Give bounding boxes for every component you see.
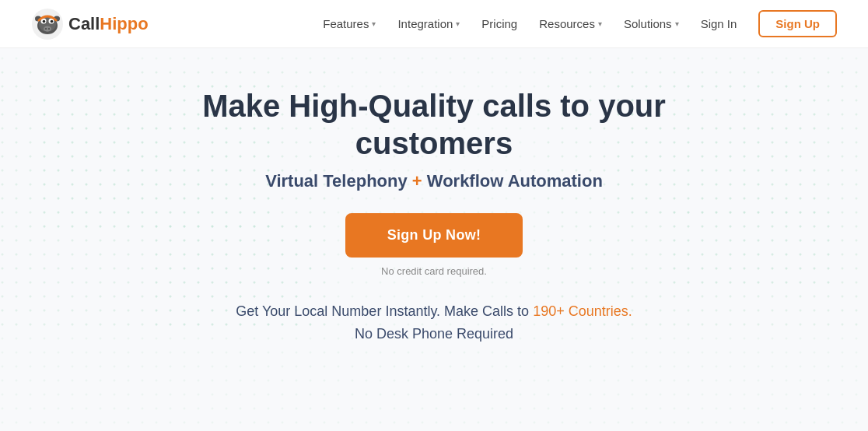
nav-resources[interactable]: Resources ▾ [539, 17, 602, 30]
hero-bottom-text: Get Your Local Number Instantly. Make Ca… [236, 300, 632, 345]
logo-call-text: Call [68, 14, 100, 33]
hero-section: Make High-Quality calls to your customer… [0, 48, 868, 345]
solutions-chevron-icon: ▾ [675, 19, 679, 28]
features-chevron-icon: ▾ [372, 19, 376, 28]
nav-integration[interactable]: Integration ▾ [397, 17, 460, 30]
svg-point-14 [43, 19, 46, 23]
logo-icon [31, 8, 64, 40]
nav-solutions[interactable]: Solutions ▾ [624, 17, 679, 30]
hero-bottom-line2: No Desk Phone Required [355, 326, 513, 342]
hero-bottom-line1: Get Your Local Number Instantly. Make Ca… [236, 303, 533, 319]
hero-countries-highlight: 190+ Countries. [533, 303, 632, 319]
resources-chevron-icon: ▾ [598, 19, 602, 28]
logo-hippo-text: Hippo [100, 14, 148, 33]
nav-features[interactable]: Features ▾ [323, 17, 376, 30]
cta-signup-button[interactable]: Sign Up Now! [345, 213, 523, 258]
nav-pricing[interactable]: Pricing [481, 17, 517, 30]
nav-signup-button[interactable]: Sign Up [758, 10, 837, 37]
svg-point-18 [44, 26, 51, 31]
logo[interactable]: CallHippo [31, 8, 149, 40]
nav-signin[interactable]: Sign In [701, 17, 737, 30]
svg-point-19 [45, 27, 47, 29]
hero-subtitle-part2: Workflow Automation [422, 171, 603, 191]
hero-subtitle: Virtual Telephony + Workflow Automation [265, 171, 603, 191]
svg-point-20 [48, 27, 50, 29]
hero-subtitle-plus: + [412, 171, 422, 191]
hero-subtitle-part1: Virtual Telephony [265, 171, 412, 191]
integration-chevron-icon: ▾ [456, 19, 460, 28]
main-nav: Features ▾ Integration ▾ Pricing Resourc… [323, 10, 837, 37]
header: CallHippo Features ▾ Integration ▾ Prici… [0, 0, 868, 48]
hero-title: Make High-Quality calls to your customer… [142, 87, 726, 162]
svg-point-15 [51, 19, 54, 23]
no-credit-card-text: No credit card required. [381, 265, 487, 277]
